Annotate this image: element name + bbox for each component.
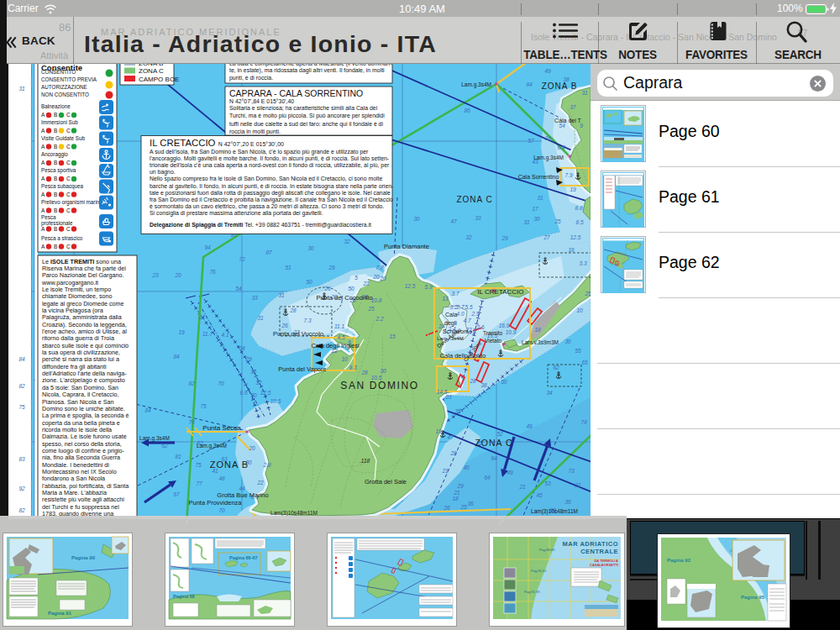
- svg-text:7.3: 7.3: [303, 318, 311, 323]
- svg-text:MAR ADRIATICO: MAR ADRIATICO: [563, 540, 619, 548]
- svg-text:49: 49: [526, 423, 533, 429]
- svg-text:53: 53: [544, 480, 551, 486]
- svg-text:tuffi nelle due calette a sud: tuffi nelle due calette a sud del faro: …: [229, 121, 383, 128]
- svg-text:17: 17: [532, 206, 538, 212]
- svg-text:ZONA C: ZONA C: [475, 438, 512, 448]
- svg-text:31: 31: [523, 219, 530, 225]
- svg-text:B: B: [54, 144, 57, 150]
- svg-text:A: A: [41, 160, 45, 165]
- svg-text:18: 18: [452, 496, 459, 501]
- svg-text:65: 65: [581, 360, 588, 365]
- svg-text:CONSENTITO PREVIA: CONSENTITO PREVIA: [41, 76, 97, 82]
- svg-text:A: A: [41, 176, 45, 181]
- svg-text:20: 20: [372, 274, 380, 280]
- svg-text:55: 55: [575, 348, 581, 354]
- svg-text:38: 38: [544, 135, 551, 141]
- svg-text:Visite Guidate Sub: Visite Guidate Sub: [41, 135, 86, 141]
- svg-text:A: A: [41, 128, 45, 134]
- svg-text:21: 21: [453, 490, 460, 496]
- svg-text:5.9: 5.9: [424, 284, 432, 290]
- svg-text:23: 23: [151, 272, 159, 278]
- svg-text:3.7: 3.7: [451, 291, 459, 297]
- svg-text:Immersioni Sub: Immersioni Sub: [41, 119, 78, 125]
- svg-text:ZONA B: ZONA B: [210, 459, 249, 470]
- svg-text:31: 31: [250, 369, 257, 375]
- svg-text:50: 50: [348, 286, 354, 291]
- svg-text:8.5: 8.5: [575, 219, 583, 225]
- svg-text:30: 30: [307, 245, 314, 251]
- svg-text:6.4: 6.4: [557, 144, 564, 150]
- svg-text:Punta Secca: Punta Secca: [202, 424, 241, 432]
- svg-text:36: 36: [467, 501, 474, 507]
- svg-text:8.8: 8.8: [575, 205, 582, 211]
- svg-text:Cala Sorrentino: Cala Sorrentino: [518, 174, 559, 180]
- svg-text:64: 64: [484, 475, 491, 480]
- svg-text:B: B: [54, 207, 57, 213]
- svg-text:Pag.92-93: Pag.92-93: [524, 590, 540, 594]
- svg-text:50: 50: [501, 379, 507, 385]
- svg-text:4.0: 4.0: [456, 311, 464, 317]
- svg-text:22: 22: [256, 480, 264, 486]
- svg-text:19: 19: [178, 329, 185, 335]
- svg-text:54: 54: [235, 286, 242, 291]
- svg-text:2.8: 2.8: [262, 462, 270, 468]
- svg-text:10.5: 10.5: [270, 398, 281, 404]
- svg-text:30: 30: [380, 368, 386, 374]
- svg-text:10.9: 10.9: [506, 329, 517, 335]
- svg-text:CAPRARA - CALA SORRENTINO: CAPRARA - CALA SORRENTINO: [229, 88, 363, 98]
- svg-text:Cala: Cala: [445, 312, 458, 318]
- svg-text:ZONA C: ZONA C: [456, 195, 492, 204]
- svg-text:Pesca a strascico: Pesca a strascico: [41, 235, 83, 241]
- svg-text:è sormontato da un cavo elettr: è sormontato da un cavo elettrico, che p…: [150, 203, 384, 210]
- svg-text:Punta del Cocodrillo: Punta del Cocodrillo: [316, 294, 372, 302]
- svg-text:2.2: 2.2: [375, 316, 383, 322]
- svg-text:degli: degli: [444, 320, 457, 327]
- svg-text:Pagina 66-67: Pagina 66-67: [229, 555, 258, 560]
- svg-text:31: 31: [537, 195, 543, 201]
- svg-text:25: 25: [367, 306, 375, 312]
- svg-text:C: C: [66, 160, 71, 165]
- svg-text:12.5: 12.5: [570, 234, 581, 240]
- svg-text:B: B: [54, 244, 57, 249]
- svg-text:tale e posizionarsi fuori dall: tale e posizionarsi fuori dalla rotta di…: [150, 190, 391, 197]
- svg-text:SAN DOMINO: SAN DOMINO: [340, 380, 418, 391]
- svg-text:.118: .118: [360, 458, 370, 464]
- svg-text:CONSENTITO: CONSENTITO: [41, 69, 76, 75]
- svg-text:21: 21: [574, 482, 581, 488]
- svg-text:C: C: [66, 192, 71, 197]
- svg-text:62: 62: [553, 365, 559, 370]
- svg-text:21: 21: [518, 484, 526, 490]
- svg-text:4.8: 4.8: [468, 329, 475, 335]
- svg-text:34: 34: [546, 390, 553, 396]
- svg-text:23: 23: [444, 394, 452, 400]
- svg-text:31: 31: [18, 86, 25, 92]
- svg-text:27: 27: [543, 234, 550, 240]
- svg-text:Solitaria e silenziosa; ha car: Solitaria e silenziosa; ha caratteristic…: [229, 105, 378, 111]
- svg-text:2.7: 2.7: [455, 304, 464, 310]
- svg-text:4.5: 4.5: [337, 334, 344, 340]
- svg-text:Lam.g.3s4M: Lam.g.3s4M: [197, 443, 227, 449]
- svg-text:A: A: [41, 244, 45, 249]
- svg-text:CAMPO BOE: CAMPO BOE: [139, 76, 179, 83]
- svg-text:48: 48: [218, 475, 225, 481]
- svg-text:26: 26: [443, 505, 450, 511]
- svg-text:un bagno.: un bagno.: [150, 169, 176, 176]
- svg-text:26: 26: [323, 286, 331, 291]
- svg-text:barche al gavitello. Il fondo,: barche al gavitello. Il fondo, in alcuni…: [150, 183, 393, 190]
- svg-text:40: 40: [463, 465, 470, 470]
- svg-text:ZONA C: ZONA C: [139, 67, 164, 75]
- svg-text:49: 49: [544, 68, 551, 74]
- svg-text:47: 47: [447, 434, 454, 440]
- svg-text:Ancoraggio: Ancoraggio: [41, 151, 68, 158]
- svg-text:Punta Diamante: Punta Diamante: [384, 243, 429, 250]
- svg-text:25: 25: [554, 218, 561, 224]
- svg-text:77: 77: [196, 480, 202, 486]
- svg-text:31: 31: [257, 315, 264, 321]
- svg-text:l'ancoraggio. Molti gavitelli: l'ancoraggio. Molti gavitelli e molte ba…: [150, 155, 389, 162]
- svg-text:B: B: [54, 176, 57, 181]
- svg-text:62: 62: [161, 443, 168, 449]
- svg-text:Delegazione di Spiaggia di Tre: Delegazione di Spiaggia di Tremiti Tel. …: [150, 222, 371, 228]
- svg-text:te, in estate), ma ridossata d: te, in estate), ma ridossata dagli altri…: [229, 67, 385, 74]
- svg-text:Balneazione: Balneazione: [41, 103, 71, 109]
- svg-text:A: A: [41, 144, 45, 150]
